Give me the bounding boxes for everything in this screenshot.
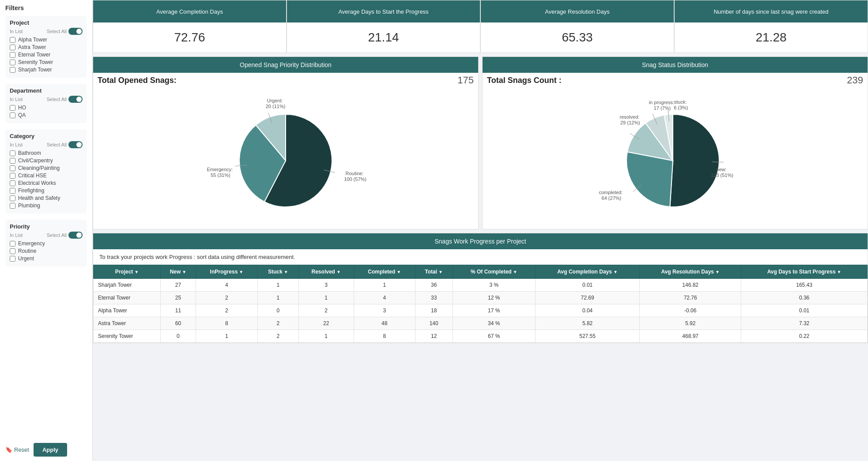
snag-priority-total-label: Total Opened Snags: (98, 76, 177, 85)
checkbox-astra-tower[interactable] (10, 45, 15, 50)
checkbox-qa[interactable] (10, 112, 15, 118)
snag-priority-pie-container: Routine: 100 (57%)Emergency: 55 (31%)Urg… (93, 88, 478, 229)
checkbox-routine[interactable] (10, 248, 15, 254)
table-cell-1-4: 1 (298, 292, 354, 304)
table-section: Snags Work Progress per Project To track… (93, 233, 868, 343)
table-cell-4-5: 8 (354, 330, 415, 343)
table-cell-1-0: Eternal Tower (94, 292, 161, 304)
table-cell-3-5: 48 (354, 317, 415, 330)
checkbox-label-health-and-safety: Health and Safety (18, 195, 60, 201)
table-cell-0-10: 165.43 (741, 279, 868, 292)
checkbox-item-eternal-tower: Eternal Tower (10, 52, 83, 58)
checkbox-label-eternal-tower: Eternal Tower (18, 52, 50, 58)
checkbox-urgent[interactable] (10, 256, 15, 262)
checkbox-sharjah-tower[interactable] (10, 67, 15, 73)
snag-status-chart-card: Snag Status Distribution Total Snags Cou… (482, 56, 868, 229)
filter-row-priority: In ListSelect All (10, 232, 83, 239)
pie-label-4: stuck: 6 (3%) (672, 99, 688, 110)
filter-select-all-label-project: Select All (47, 29, 67, 34)
table-cell-3-3: 2 (257, 317, 298, 330)
filter-select-all-wrap-project: Select All (47, 28, 83, 35)
filter-section-priority: PriorityIn ListSelect AllEmergencyRoutin… (5, 220, 87, 266)
checkbox-label-astra-tower: Astra Tower (18, 44, 46, 50)
table-header-10[interactable]: Avg Days to Start Progress▼ (741, 265, 868, 279)
table-cell-0-3: 1 (257, 279, 298, 292)
table-cell-1-6: 33 (415, 292, 453, 304)
table-header-0[interactable]: Project▼ (94, 265, 161, 279)
filter-header-priority: Priority (10, 223, 83, 230)
checkbox-ho[interactable] (10, 105, 15, 111)
table-cell-3-7: 34 % (453, 317, 535, 330)
table-cell-3-6: 140 (415, 317, 453, 330)
table-cell-0-5: 1 (354, 279, 415, 292)
checkbox-item-astra-tower: Astra Tower (10, 44, 83, 50)
filter-label-priority: Priority (10, 223, 30, 230)
sidebar-actions: 🔖 Reset Apply (5, 439, 87, 457)
checkbox-item-sharjah-tower: Sharjah Tower (10, 67, 83, 73)
checkbox-item-qa: QA (10, 112, 83, 118)
checkbox-item-alpha-tower: Alpha Tower (10, 37, 83, 43)
checkbox-civil/carpentry[interactable] (10, 158, 15, 164)
table-header-9[interactable]: Avg Resolution Days▼ (640, 265, 741, 279)
checkbox-item-ho: HO (10, 105, 83, 111)
table-header-1[interactable]: New▼ (160, 265, 196, 279)
sidebar-title: Filters (5, 4, 87, 11)
table-subtitle: To track your projects work Progress : s… (93, 249, 868, 265)
table-header-3[interactable]: Stuck▼ (257, 265, 298, 279)
table-header-6[interactable]: Total▼ (415, 265, 453, 279)
checkbox-label-alpha-tower: Alpha Tower (18, 37, 47, 43)
checkbox-electrical-works[interactable] (10, 180, 15, 186)
stat-card-header-2: Average Resolution Days (481, 0, 674, 22)
checkbox-serenity-tower[interactable] (10, 60, 15, 65)
checkbox-bathroom[interactable] (10, 150, 15, 156)
filter-toggle-priority[interactable] (68, 232, 83, 239)
table-cell-2-9: -0.06 (640, 304, 741, 317)
checkbox-item-critical-hse: Critical HSE (10, 172, 83, 179)
filter-toggle-category[interactable] (68, 141, 83, 148)
sort-arrow: ▼ (396, 270, 401, 274)
checkbox-emergency[interactable] (10, 241, 15, 247)
snag-status-chart-title: Snag Status Distribution (483, 57, 868, 73)
table-cell-1-1: 25 (160, 292, 196, 304)
snag-status-pie-svg: new: 123 (51%)completed: 64 (27%)resolve… (596, 92, 755, 225)
table-header-8[interactable]: Avg Completion Days▼ (535, 265, 639, 279)
apply-button[interactable]: Apply (34, 443, 67, 457)
filter-toggle-department[interactable] (68, 96, 83, 103)
table-cell-4-6: 12 (415, 330, 453, 343)
table-header-5[interactable]: Completed▼ (354, 265, 415, 279)
sidebar: Filters ProjectIn ListSelect AllAlpha To… (0, 0, 93, 461)
filter-select-all-wrap-priority: Select All (47, 232, 83, 239)
filter-in-list-priority: In List (10, 232, 23, 238)
table-cell-1-10: 0.36 (741, 292, 868, 304)
stat-card-value-0: 72.76 (93, 22, 286, 52)
filter-in-list-project: In List (10, 29, 23, 34)
checkbox-item-bathroom: Bathroom (10, 150, 83, 156)
checkbox-alpha-tower[interactable] (10, 37, 15, 43)
filter-in-list-department: In List (10, 97, 23, 102)
table-cell-4-7: 67 % (453, 330, 535, 343)
bookmark-icon: 🔖 (5, 446, 12, 453)
table-cell-2-1: 11 (160, 304, 196, 317)
checkbox-item-civil/carpentry: Civil/Carpentry (10, 157, 83, 164)
reset-button[interactable]: 🔖 Reset (5, 446, 29, 453)
table-cell-2-4: 2 (298, 304, 354, 317)
sort-arrow: ▼ (284, 270, 288, 274)
table-header-2[interactable]: InProgress▼ (196, 265, 257, 279)
checkbox-eternal-tower[interactable] (10, 52, 15, 58)
pie-label-2: resolved: 29 (12%) (619, 114, 640, 125)
table-header-4[interactable]: Resolved▼ (298, 265, 354, 279)
table-cell-2-6: 18 (415, 304, 453, 317)
table-cell-3-10: 7.32 (741, 317, 868, 330)
checkbox-firefighting[interactable] (10, 188, 15, 194)
checkbox-critical-hse[interactable] (10, 173, 15, 179)
checkbox-item-urgent: Urgent (10, 255, 83, 262)
checkbox-plumbing[interactable] (10, 203, 15, 209)
checkbox-health-and-safety[interactable] (10, 195, 15, 201)
snag-status-total-value: 239 (847, 75, 863, 86)
checkbox-cleaning/painting[interactable] (10, 165, 15, 171)
filter-toggle-project[interactable] (68, 28, 83, 35)
pie-label-1: completed: 64 (27%) (599, 190, 623, 201)
checkbox-label-routine: Routine (18, 248, 36, 254)
filter-header-project: Project (10, 19, 83, 26)
table-header-7[interactable]: % Of Completed▼ (453, 265, 535, 279)
